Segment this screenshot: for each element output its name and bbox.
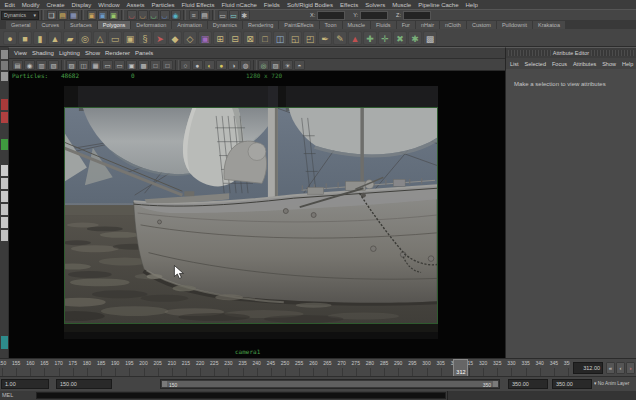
poly-torus-icon[interactable]: ◎ xyxy=(78,31,92,45)
curve-tool-icon[interactable]: ✒ xyxy=(318,31,332,45)
playback-start-field[interactable]: 150.00 xyxy=(56,379,112,389)
menu-assets[interactable]: Assets xyxy=(123,2,148,8)
poly-pyramid-icon[interactable]: ▭ xyxy=(108,31,122,45)
panel-menu-show[interactable]: Show xyxy=(85,50,105,56)
animation-start-field[interactable]: 1.00 xyxy=(1,379,49,389)
gate-mask-icon[interactable]: ▣ xyxy=(126,60,137,70)
shelf-tab-deformation[interactable]: Deformation xyxy=(131,21,171,29)
layout-hypershade-button[interactable] xyxy=(1,230,8,241)
safe-action-icon[interactable]: □ xyxy=(150,60,161,70)
ae-menu-focus[interactable]: Focus xyxy=(552,61,573,67)
scale-tool-icon[interactable] xyxy=(1,139,8,150)
panel-menu-lighting[interactable]: Lighting xyxy=(59,50,85,56)
y-field[interactable] xyxy=(360,11,388,20)
poly-bridge-icon[interactable]: ⊠ xyxy=(243,31,257,45)
menu-set-dropdown[interactable]: Dynamics ▾ xyxy=(1,11,39,20)
poly-cylinder-icon[interactable]: ▮ xyxy=(33,31,47,45)
go-to-start-button[interactable]: « xyxy=(606,362,615,374)
image-plane-icon[interactable]: ▨ xyxy=(66,60,77,70)
menu-pipeline-cache[interactable]: Pipeline Cache xyxy=(415,2,462,8)
list-inputs-icon[interactable]: ▤ xyxy=(200,10,210,20)
shelf-tab-custom[interactable]: Custom xyxy=(467,21,496,29)
wireframe-icon[interactable]: ○ xyxy=(180,60,191,70)
shelf-tab-fluids[interactable]: Fluids xyxy=(371,21,396,29)
command-line-mode[interactable]: MEL xyxy=(2,392,13,398)
checker-map-icon[interactable]: ▩ xyxy=(423,31,437,45)
rotate-tool-icon[interactable] xyxy=(1,112,8,123)
current-frame-marker[interactable]: 312 xyxy=(453,359,468,377)
menu-edit[interactable]: Edit xyxy=(1,2,18,8)
poly-smooth-icon[interactable]: ◱ xyxy=(288,31,302,45)
time-slider-track[interactable]: 1501551601651701751801851901952002052102… xyxy=(0,359,570,377)
menu-soft-rigid-bodies[interactable]: Soft/Rigid Bodies xyxy=(283,2,336,8)
layout-single-pane-button[interactable] xyxy=(1,165,8,176)
poly-separate-icon[interactable]: ◫ xyxy=(273,31,287,45)
panel-menu-renderer[interactable]: Renderer xyxy=(105,50,135,56)
menu-modify[interactable]: Modify xyxy=(18,2,43,8)
cluster-deformer-icon[interactable]: ✛ xyxy=(378,31,392,45)
x-field[interactable] xyxy=(317,11,345,20)
range-slider-range[interactable] xyxy=(162,381,498,387)
select-tool-icon[interactable] xyxy=(1,50,8,59)
poly-cone-icon[interactable]: ▲ xyxy=(48,31,62,45)
camera-attributes-icon[interactable]: ▥ xyxy=(36,60,47,70)
viewport-canvas[interactable]: Particles: 48682 0 1280 x 720 xyxy=(9,71,505,359)
snap-point-icon[interactable]: ◡ xyxy=(149,10,159,20)
select-hierarchy-icon[interactable]: ▣ xyxy=(87,10,97,20)
playback-end-field[interactable]: 350.00 xyxy=(508,379,548,389)
layout-persp-outliner-button[interactable] xyxy=(1,191,8,202)
lasso-tool-icon[interactable] xyxy=(1,61,8,70)
snap-grid-icon[interactable]: ◡ xyxy=(127,10,137,20)
play-forward-button[interactable]: › xyxy=(626,362,635,374)
ik-handle-tool-icon[interactable]: ✱ xyxy=(408,31,422,45)
z-field[interactable] xyxy=(403,11,431,20)
menu-particles[interactable]: Particles xyxy=(148,2,178,8)
snap-curve-icon[interactable]: ◡ xyxy=(138,10,148,20)
paint-select-tool-icon[interactable] xyxy=(1,72,8,81)
shelf-tab-fur[interactable]: Fur xyxy=(397,21,415,29)
snap-plane-icon[interactable]: ◡ xyxy=(160,10,170,20)
joint-tool-icon[interactable]: ✖ xyxy=(393,31,407,45)
construction-history-icon[interactable]: ≡ xyxy=(189,10,199,20)
poly-pipe-icon[interactable]: ▣ xyxy=(123,31,137,45)
shelf-tab-krakatoa[interactable]: Krakatoa xyxy=(533,21,565,29)
ae-menu-show[interactable]: Show xyxy=(602,61,622,67)
shelf-tab-toon[interactable]: Toon xyxy=(320,21,342,29)
layout-custom-button[interactable] xyxy=(1,336,8,349)
range-slider-bar[interactable]: 150 350 xyxy=(160,379,500,389)
two-panes-icon[interactable]: ◫ xyxy=(78,60,89,70)
menu-fluid-ncache[interactable]: Fluid nCache xyxy=(218,2,260,8)
resolution-gate-icon[interactable]: ▭ xyxy=(114,60,125,70)
menu-help[interactable]: Help xyxy=(462,2,481,8)
shadows-icon[interactable]: ◑ xyxy=(228,60,239,70)
ae-menu-help[interactable]: Help xyxy=(622,61,636,67)
film-gate-icon[interactable]: ▭ xyxy=(102,60,113,70)
render-current-frame-icon[interactable]: ▭ xyxy=(218,10,228,20)
lock-camera-icon[interactable]: ◉ xyxy=(24,60,35,70)
ae-menu-selected[interactable]: Selected xyxy=(525,61,552,67)
menu-create[interactable]: Create xyxy=(43,2,68,8)
poly-mirror-icon[interactable]: ◰ xyxy=(303,31,317,45)
poly-plane-icon[interactable]: ▰ xyxy=(63,31,77,45)
shelf-tab-pulldownit[interactable]: Pulldownit xyxy=(497,21,532,29)
ae-menu-attributes[interactable]: Attributes xyxy=(573,61,602,67)
use-all-lights-icon[interactable]: ● xyxy=(216,60,227,70)
layout-persp-graph-button[interactable] xyxy=(1,217,8,228)
panel-menu-panels[interactable]: Panels xyxy=(135,50,158,56)
viewport-scene[interactable] xyxy=(65,108,437,323)
select-component-icon[interactable]: ▣ xyxy=(109,10,119,20)
poly-edit-icon[interactable]: ◆ xyxy=(168,31,182,45)
range-start-handle[interactable] xyxy=(162,381,167,387)
shelf-tab-polygons[interactable]: Polygons xyxy=(98,21,131,29)
exposure-icon[interactable]: ☀ xyxy=(282,60,293,70)
xray-icon[interactable]: ▨ xyxy=(270,60,281,70)
new-scene-icon[interactable]: ❏ xyxy=(47,10,57,20)
shelf-tab-curves[interactable]: Curves xyxy=(37,21,64,29)
paint-tool-icon[interactable]: ✎ xyxy=(333,31,347,45)
poly-combine-icon[interactable]: □ xyxy=(258,31,272,45)
save-scene-icon[interactable]: ▦ xyxy=(69,10,79,20)
shelf-tab-rendering[interactable]: Rendering xyxy=(243,21,278,29)
animation-end-field[interactable]: 350.00 xyxy=(552,379,592,389)
poly-merge-icon[interactable]: ◇ xyxy=(183,31,197,45)
menu-solvers[interactable]: Solvers xyxy=(362,2,389,8)
